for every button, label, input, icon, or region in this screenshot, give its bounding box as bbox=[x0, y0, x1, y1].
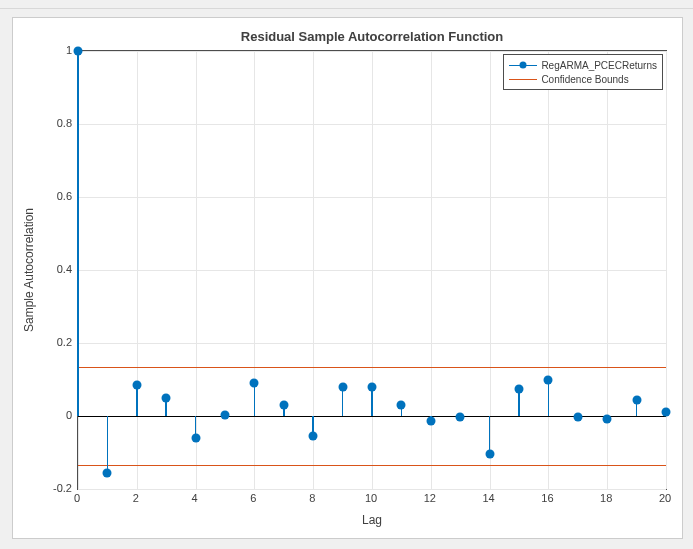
stem-marker bbox=[426, 417, 435, 426]
stem-marker bbox=[221, 410, 230, 419]
stem-marker bbox=[309, 432, 318, 441]
stem-marker bbox=[74, 47, 83, 56]
stem-line bbox=[77, 51, 79, 416]
legend-swatch-line bbox=[509, 73, 537, 85]
stem-marker bbox=[279, 401, 288, 410]
stem-line bbox=[136, 385, 138, 416]
y-axis-label: Sample Autocorrelation bbox=[22, 208, 36, 332]
x-tick-label: 0 bbox=[74, 492, 80, 504]
stem-marker bbox=[338, 382, 347, 391]
stem-line bbox=[548, 380, 550, 417]
plot-axes: RegARMA_PCECReturnsConfidence Bounds bbox=[77, 50, 667, 490]
legend-swatch-stem bbox=[509, 59, 537, 71]
stem-marker bbox=[515, 384, 524, 393]
stem-line bbox=[489, 416, 491, 454]
stem-marker bbox=[162, 393, 171, 402]
y-tick-label: 0 bbox=[47, 409, 72, 421]
grid-line-horizontal bbox=[78, 270, 666, 271]
confidence-bound-line bbox=[78, 465, 666, 466]
stem-marker bbox=[573, 413, 582, 422]
x-tick-label: 2 bbox=[133, 492, 139, 504]
stem-marker bbox=[368, 382, 377, 391]
stem-marker bbox=[397, 401, 406, 410]
grid-line-horizontal bbox=[78, 489, 666, 490]
grid-line-horizontal bbox=[78, 124, 666, 125]
y-tick-label: 1 bbox=[47, 44, 72, 56]
y-tick-label: -0.2 bbox=[47, 482, 72, 494]
x-tick-label: 20 bbox=[659, 492, 671, 504]
grid-line-vertical bbox=[666, 51, 667, 489]
stem-marker bbox=[103, 468, 112, 477]
y-tick-label: 0.8 bbox=[47, 117, 72, 129]
stem-line bbox=[254, 383, 256, 416]
x-tick-label: 10 bbox=[365, 492, 377, 504]
x-tick-label: 18 bbox=[600, 492, 612, 504]
stem-marker bbox=[485, 450, 494, 459]
window-top-strip bbox=[0, 0, 693, 9]
x-axis-label: Lag bbox=[362, 513, 382, 527]
x-tick-label: 4 bbox=[192, 492, 198, 504]
grid-line-horizontal bbox=[78, 51, 666, 52]
chart-title: Residual Sample Autocorrelation Function bbox=[77, 29, 667, 44]
legend: RegARMA_PCECReturnsConfidence Bounds bbox=[503, 54, 663, 90]
y-tick-label: 0.6 bbox=[47, 190, 72, 202]
stem-marker bbox=[250, 379, 259, 388]
stem-marker bbox=[632, 395, 641, 404]
chart-figure: Residual Sample Autocorrelation Function… bbox=[12, 17, 683, 539]
stem-marker bbox=[662, 407, 671, 416]
confidence-bound-line bbox=[78, 367, 666, 368]
legend-label: RegARMA_PCECReturns bbox=[541, 60, 657, 71]
stem-marker bbox=[132, 380, 141, 389]
x-tick-label: 12 bbox=[424, 492, 436, 504]
x-tick-label: 6 bbox=[250, 492, 256, 504]
stem-marker bbox=[544, 375, 553, 384]
x-tick-label: 16 bbox=[541, 492, 553, 504]
stem-marker bbox=[191, 433, 200, 442]
stem-marker bbox=[456, 413, 465, 422]
stem-line bbox=[107, 416, 109, 473]
legend-label: Confidence Bounds bbox=[541, 74, 628, 85]
x-tick-label: 14 bbox=[482, 492, 494, 504]
stem-marker bbox=[603, 414, 612, 423]
legend-entry: Confidence Bounds bbox=[509, 72, 657, 86]
y-tick-label: 0.2 bbox=[47, 336, 72, 348]
grid-line-horizontal bbox=[78, 197, 666, 198]
y-tick-label: 0.4 bbox=[47, 263, 72, 275]
x-tick-label: 8 bbox=[309, 492, 315, 504]
grid-line-horizontal bbox=[78, 343, 666, 344]
legend-entry: RegARMA_PCECReturns bbox=[509, 58, 657, 72]
